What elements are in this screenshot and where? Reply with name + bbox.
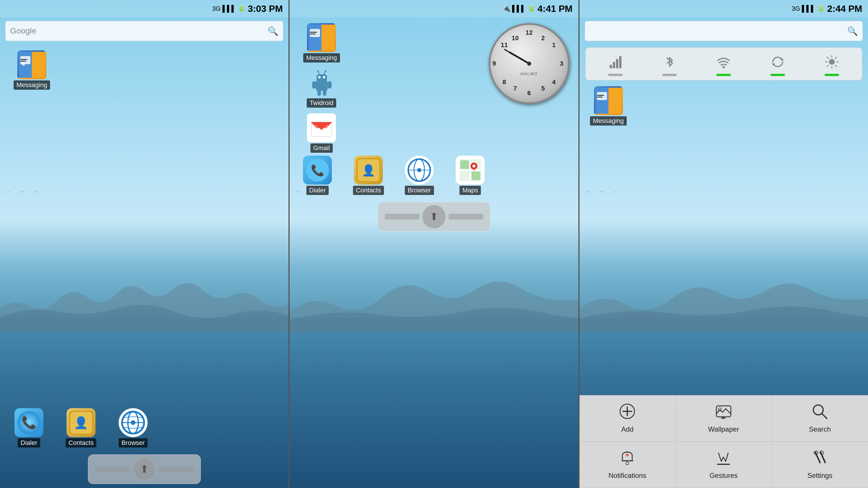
search-icon	[812, 403, 828, 422]
power-toggle-brightness[interactable]	[822, 52, 842, 76]
dialer-label-1: Dialer	[18, 438, 40, 448]
svg-rect-55	[613, 62, 615, 68]
app-icon-maps[interactable]: Maps	[447, 156, 493, 195]
clock-minute-hand	[504, 48, 529, 64]
search-bar-1[interactable]: Google 🔍	[5, 21, 283, 41]
clock-num-3: 3	[560, 60, 563, 67]
panel3-top-area: Messaging	[580, 83, 868, 128]
gestures-label: Gestures	[709, 471, 738, 480]
status-bar-1: 3G ▌▌▌ 🔋 3:03 PM	[0, 0, 288, 18]
app-icon-dialer-1[interactable]: 📞 Dialer	[6, 408, 52, 448]
svg-rect-30	[328, 81, 332, 89]
search-bar-3[interactable]: 🔍	[585, 21, 863, 41]
app-icon-gmail[interactable]: Gmail	[298, 113, 345, 153]
search-submit-icon-1[interactable]: 🔍	[268, 26, 278, 36]
svg-line-66	[827, 57, 829, 59]
clock-num-8: 8	[503, 78, 506, 86]
app-icon-twidroid[interactable]: Twidroid	[298, 68, 345, 108]
svg-line-69	[827, 65, 829, 67]
clock-center	[527, 62, 531, 66]
svg-rect-49	[460, 160, 469, 169]
clock-num-7: 7	[513, 85, 517, 92]
dock-grip-right	[159, 466, 193, 472]
svg-rect-18	[310, 29, 320, 37]
svg-text:📞: 📞	[310, 164, 324, 177]
messaging-icon-img-1	[18, 50, 46, 79]
add-icon	[619, 403, 636, 422]
power-toggle-sync[interactable]	[768, 52, 788, 76]
brightness-bar	[825, 74, 839, 76]
dock-grip-left	[95, 466, 130, 472]
dock-container-1: ⬆	[88, 454, 201, 484]
app-icon-contacts-2[interactable]: 👤 Contacts	[345, 156, 392, 195]
dialer-label-2: Dialer	[306, 186, 329, 195]
context-wallpaper[interactable]: Wallpaper	[676, 395, 772, 442]
wallpaper-icon	[715, 403, 732, 422]
svg-rect-56	[616, 59, 618, 68]
notifications-icon	[619, 450, 636, 468]
clock-num-11: 11	[501, 41, 508, 49]
mobile-data-icon	[605, 52, 625, 72]
svg-rect-0	[19, 52, 32, 78]
svg-rect-16	[308, 25, 321, 51]
svg-rect-31	[317, 90, 321, 96]
power-toggle-wifi[interactable]	[713, 52, 734, 76]
dock-arrow-1[interactable]: ⬆	[133, 458, 156, 481]
dock-container-2: ⬆	[378, 202, 490, 231]
svg-text:📞: 📞	[22, 415, 37, 430]
notifications-label: Notifications	[609, 471, 646, 480]
app-icon-dialer-2[interactable]: 📞 Dialer	[294, 156, 341, 195]
wifi-bar	[716, 74, 731, 76]
svg-point-61	[829, 59, 835, 65]
battery-icon-3: 🔋	[817, 5, 825, 12]
clock-num-6: 6	[527, 89, 531, 97]
phone-panel-1: ⌒ ⌒ ⌒ 3G ▌▌▌ 🔋 3:03 PM Google 🔍	[0, 0, 288, 488]
twidroid-label: Twidroid	[307, 98, 336, 108]
clock-num-4: 4	[552, 78, 556, 86]
messaging-label-3: Messaging	[590, 116, 626, 126]
app-icon-messaging-2[interactable]: Messaging	[298, 23, 345, 63]
app-icon-messaging-1[interactable]: Messaging	[9, 50, 55, 90]
svg-point-26	[317, 70, 319, 72]
app-icon-messaging-3[interactable]: Messaging	[585, 86, 631, 126]
search-label: Search	[809, 425, 831, 433]
app-icon-contacts-1[interactable]: 👤 Contacts	[58, 408, 104, 448]
svg-point-86	[627, 455, 627, 456]
power-control-widget	[585, 47, 862, 80]
time-display-1: 3:03 PM	[248, 3, 283, 14]
svg-point-23	[318, 76, 320, 78]
wifi-icon	[713, 52, 734, 72]
status-icons-1: 3G ▌▌▌ 🔋	[212, 5, 245, 12]
power-toggle-bluetooth[interactable]	[659, 52, 680, 76]
messaging-icon-img-3	[594, 86, 623, 115]
phone-panel-3: ⌒ ⌒ ⌒ 3G ▌▌▌ 🔋 2:44 PM 🔍	[580, 0, 868, 488]
context-settings[interactable]: Settings	[772, 442, 868, 488]
dialer-icon-img-2: 📞	[303, 156, 332, 185]
app-icon-browser-1[interactable]: Browser	[110, 408, 156, 448]
svg-rect-3	[20, 59, 28, 60]
context-notifications[interactable]: Notifications	[580, 442, 676, 488]
clock-face: 12 1 3 4 6 8 9 11 2 10 5 7 HALMO	[489, 23, 570, 104]
search-submit-icon-3[interactable]: 🔍	[847, 26, 858, 36]
context-search[interactable]: Search	[772, 395, 868, 442]
clock-num-2: 2	[541, 34, 545, 42]
svg-rect-1	[32, 52, 45, 78]
status-bar-2: 🔌 ▌▌▌ 🔋 4:41 PM	[290, 0, 578, 18]
birds-layer-3: ⌒ ⌒ ⌒	[580, 186, 868, 203]
app-icon-browser-2[interactable]: Browser	[396, 156, 442, 195]
bottom-dock-1: ⬆	[0, 450, 288, 488]
water-layer-2	[290, 317, 578, 488]
dock-arrow-2[interactable]: ⬆	[423, 205, 445, 228]
context-add[interactable]: Add	[580, 395, 676, 442]
signal-bars-icon: ▌▌▌	[222, 5, 236, 12]
svg-line-82	[822, 414, 827, 419]
bird-7: ⌒	[599, 190, 605, 198]
power-toggle-mobile-data[interactable]	[605, 52, 625, 76]
gmail-icon-img	[307, 113, 336, 142]
settings-label: Settings	[807, 471, 832, 480]
status-icons-2: 🔌 ▌▌▌ 🔋	[503, 5, 535, 12]
add-label: Add	[621, 425, 633, 433]
signal-bars-icon-2: ▌▌▌	[512, 5, 526, 12]
context-gestures[interactable]: Gestures	[676, 442, 772, 488]
clock-widget: 12 1 3 4 6 8 9 11 2 10 5 7 HALMO	[489, 23, 570, 104]
